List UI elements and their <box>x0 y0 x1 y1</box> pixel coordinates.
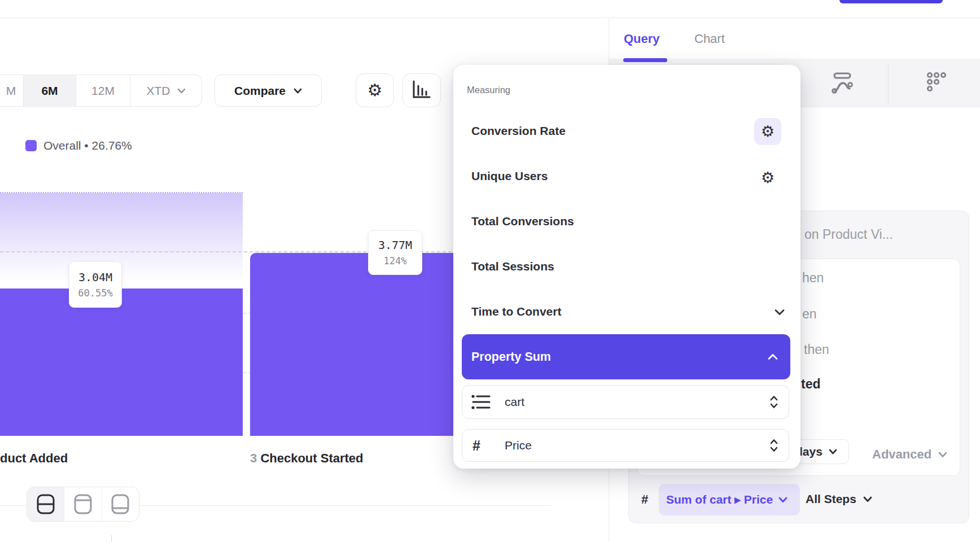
grid-dots-icon <box>925 71 948 95</box>
tab-chart[interactable]: Chart <box>694 32 725 46</box>
unfold-icon <box>769 395 778 409</box>
menu-item-total-conversions[interactable]: Total Conversions <box>471 215 574 228</box>
layout-split-horizontal-button[interactable] <box>27 487 64 521</box>
property-name-value: Price <box>505 439 769 452</box>
flows-icon <box>830 71 854 95</box>
all-steps-label: All Steps <box>806 492 856 506</box>
value-label: 3.04M <box>69 270 121 284</box>
tab-query[interactable]: Query <box>624 32 660 46</box>
split-horizontal-icon <box>36 493 56 515</box>
gear-icon: ⚙ <box>761 124 775 139</box>
time-range-label: 6M <box>41 84 58 98</box>
chevron-down-icon <box>863 496 872 502</box>
chevron-down-icon <box>778 497 788 503</box>
all-steps-dropdown[interactable]: All Steps <box>806 492 872 506</box>
time-range-6m[interactable]: 6M <box>24 75 76 106</box>
hash-icon: # <box>471 438 491 454</box>
menu-item-conversion-rate[interactable]: Conversion Rate <box>471 124 566 138</box>
step-label-checkout-started: 3 Checkout Started <box>250 451 364 466</box>
time-range-label: 12M <box>91 84 115 98</box>
compare-label: Compare <box>234 84 286 98</box>
measurement-chip-label: Sum of cart ▸ Price <box>666 493 773 506</box>
list-icon <box>471 394 491 410</box>
compare-button[interactable]: Compare <box>215 75 322 107</box>
menu-item-property-sum[interactable]: Property Sum <box>462 334 790 379</box>
conversion-rate-settings-button[interactable]: ⚙ <box>754 118 781 145</box>
menu-item-total-sessions[interactable]: Total Sessions <box>471 260 554 273</box>
layout-top-panel-button[interactable] <box>64 487 102 521</box>
delays-label: lays <box>799 445 823 458</box>
toolbar-divider <box>888 63 889 104</box>
time-range-label: M <box>6 84 16 98</box>
step-row-fragment: ted <box>801 377 821 392</box>
top-panel-icon <box>73 493 93 515</box>
breakdown-grid-button[interactable] <box>920 67 953 99</box>
conversion-label: 124% <box>369 255 422 266</box>
value-label: 3.77M <box>369 238 422 252</box>
hash-icon: # <box>641 492 648 507</box>
primary-action-button[interactable] <box>839 0 943 3</box>
conversion-label: 60.55% <box>69 287 121 299</box>
time-range-control: M 6M 12M XTD <box>0 75 202 107</box>
bottom-panel-icon <box>110 493 130 515</box>
measurement-chip[interactable]: Sum of cart ▸ Price <box>659 484 800 515</box>
gear-icon: ⚙ <box>368 82 383 99</box>
time-range-label: XTD <box>147 84 170 98</box>
active-tab-indicator <box>623 58 667 62</box>
menu-item-time-to-convert[interactable]: Time to Convert <box>471 305 561 318</box>
property-event-selector[interactable]: cart <box>462 385 789 419</box>
chevron-down-icon <box>177 88 186 94</box>
gear-icon: ⚙ <box>761 171 775 186</box>
property-event-value: cart <box>505 395 769 409</box>
chevron-down-icon <box>938 452 947 458</box>
chart-type-button[interactable] <box>403 73 441 107</box>
menu-item-unique-users[interactable]: Unique Users <box>471 169 548 183</box>
funnel-bar-checkout-started[interactable] <box>250 253 487 436</box>
step-number: 3 <box>250 451 257 465</box>
column-tick <box>111 535 112 542</box>
step-row-fragment: en <box>802 307 817 322</box>
legend-swatch <box>25 140 37 151</box>
advanced-dropdown[interactable]: Advanced <box>872 447 947 462</box>
time-range-xtd[interactable]: XTD <box>130 75 202 106</box>
app-header <box>0 0 980 18</box>
unique-users-settings-button[interactable]: ⚙ <box>754 164 781 191</box>
chart-settings-button[interactable]: ⚙ <box>356 73 394 107</box>
value-tooltip-checkout-started: 3.77M 124% <box>368 230 422 275</box>
step-name: Checkout Started <box>260 451 363 465</box>
step-row-fragment: hen <box>802 270 824 286</box>
chevron-down-icon <box>294 88 302 94</box>
time-range-12m[interactable]: 12M <box>76 75 130 106</box>
chevron-up-icon <box>768 353 778 360</box>
step-row-fragment: then <box>804 342 829 357</box>
chevron-down-icon[interactable] <box>775 309 785 316</box>
property-name-selector[interactable]: # Price <box>462 429 789 462</box>
chevron-down-icon <box>829 449 837 454</box>
time-range-1m[interactable]: M <box>0 75 24 106</box>
layout-bottom-panel-button[interactable] <box>102 487 139 521</box>
funnel-bar-product-added[interactable] <box>0 289 243 436</box>
value-tooltip-product-added: 3.04M 60.55% <box>69 261 122 308</box>
measuring-header: Measuring <box>467 85 510 95</box>
bar-chart-icon <box>411 80 432 100</box>
flows-view-button[interactable] <box>825 67 859 99</box>
query-card-title: on Product Vi... <box>804 227 893 242</box>
step-label-product-added: duct Added <box>0 451 68 466</box>
layout-toggle-group <box>27 487 139 522</box>
property-sum-label: Property Sum <box>471 350 551 364</box>
legend-label: Overall • 26.76% <box>43 139 132 152</box>
advanced-label: Advanced <box>872 447 931 462</box>
unfold-icon <box>769 438 778 453</box>
